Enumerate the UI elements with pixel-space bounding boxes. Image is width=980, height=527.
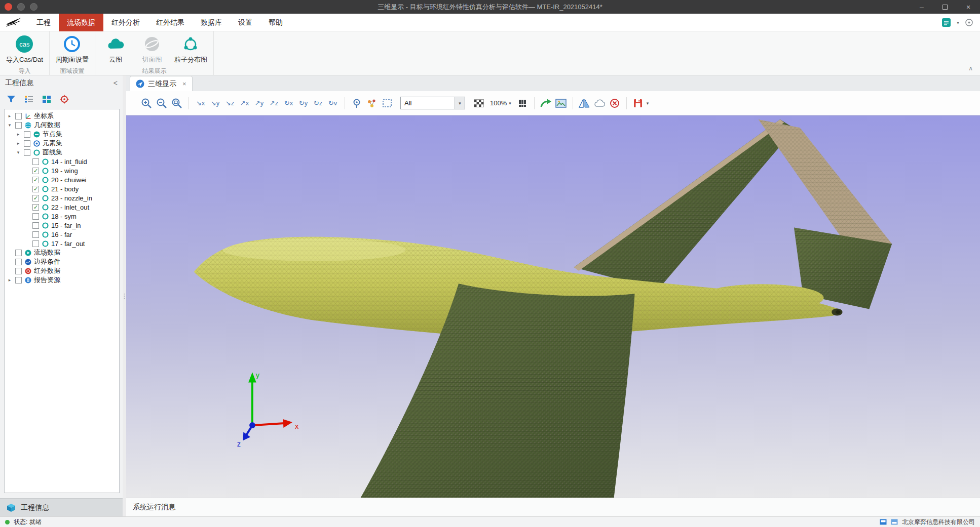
tree-row-15[interactable]: 流场数据 (5, 248, 119, 257)
tree-row-13[interactable]: 16 - far (5, 230, 119, 239)
tree-checkbox[interactable] (32, 231, 39, 238)
tree-checkbox[interactable] (32, 158, 39, 165)
tree-row-4[interactable]: ▾面线集 (5, 148, 119, 157)
view-orient-button-2[interactable]: ↘z (222, 96, 237, 110)
display-filter-combo[interactable]: All ▾ (400, 97, 465, 109)
zoom-in-icon[interactable] (139, 96, 153, 110)
tree-row-7[interactable]: ✓20 - chuiwei (5, 175, 119, 184)
view-orient-button-1[interactable]: ↘y (208, 96, 222, 110)
tree-checkbox[interactable] (24, 140, 30, 147)
minimize-button[interactable]: – (910, 0, 933, 14)
view-orient-button-6[interactable]: ↻x (281, 96, 296, 110)
export-arrow-icon[interactable] (539, 96, 553, 110)
tree-checkbox[interactable]: ✓ (32, 195, 39, 201)
tree-checkbox[interactable] (32, 240, 39, 247)
layout-grid-icon[interactable] (42, 95, 51, 103)
tree-checkbox[interactable] (15, 122, 22, 129)
tree-checkbox[interactable] (32, 222, 39, 229)
tree-row-17[interactable]: 红外数据 (5, 266, 119, 275)
menu-item-flow-data[interactable]: 流场数据 (59, 14, 103, 31)
box-select-icon[interactable] (380, 96, 394, 110)
tree-expander-icon[interactable]: ▾ (7, 123, 13, 128)
panel-bottom-tab[interactable]: 工程信息 (0, 498, 123, 516)
ribbon-button-import-cas-dat[interactable]: cas导入Cas/Dat (6, 35, 43, 64)
tree-row-11[interactable]: 18 - sym (5, 212, 119, 221)
tree-row-8[interactable]: ✓21 - body (5, 184, 119, 193)
panel-splitter[interactable]: ⋮ (123, 75, 126, 516)
tree-checkbox[interactable]: ✓ (32, 168, 39, 174)
menu-item-ir-result[interactable]: 红外结果 (148, 14, 193, 31)
tree-row-2[interactable]: ▸节点集 (5, 130, 119, 139)
view-orient-button-8[interactable]: ↻z (311, 96, 325, 110)
tree-checkbox[interactable] (15, 268, 22, 274)
status-panel-icon-1[interactable] (880, 519, 887, 525)
tree-checkbox[interactable] (32, 213, 39, 220)
tree-row-6[interactable]: ✓19 - wing (5, 166, 119, 175)
combo-dropdown-icon[interactable]: ▾ (455, 97, 465, 109)
tree-row-18[interactable]: ▸报告资源 (5, 275, 119, 285)
clear-scene-icon[interactable] (608, 96, 622, 110)
ribbon-button-cloud-map[interactable]: 云图 (101, 35, 130, 64)
titlebar-icon-2[interactable] (30, 3, 37, 11)
texture-checker-icon[interactable] (472, 96, 485, 110)
tree-checkbox[interactable]: ✓ (32, 186, 39, 192)
menu-dropdown-caret-icon[interactable]: ▾ (957, 20, 959, 25)
locate-target-icon[interactable] (60, 95, 69, 104)
tree-checkbox[interactable]: ✓ (32, 204, 39, 211)
zoom-out-icon[interactable] (155, 96, 168, 110)
tree-row-9[interactable]: ✓23 - nozzle_in (5, 193, 119, 202)
tree-checkbox[interactable] (24, 149, 30, 156)
titlebar-icon-1[interactable] (17, 3, 25, 11)
ribbon-button-periodic-face-setting[interactable]: 周期面设置 (56, 35, 89, 64)
tree-row-1[interactable]: ▾几何数据 (5, 120, 119, 130)
view-orient-button-5[interactable]: ↗z (267, 96, 281, 110)
menu-item-settings[interactable]: 设置 (230, 14, 260, 31)
tree-row-0[interactable]: ▸坐标系 (5, 111, 119, 120)
zoom-fit-icon[interactable] (170, 96, 183, 110)
tree-expander-icon[interactable]: ▸ (15, 141, 21, 146)
ribbon-button-slice-map[interactable]: 切面图 (138, 35, 166, 64)
save-dropdown-caret-icon[interactable]: ▾ (647, 101, 649, 106)
tree-row-5[interactable]: 14 - int_fluid (5, 157, 119, 166)
tree-row-3[interactable]: ▸元素集 (5, 139, 119, 148)
ribbon-collapse-icon[interactable]: ∧ (968, 65, 973, 72)
tree-row-12[interactable]: 15 - far_in (5, 221, 119, 230)
tree-checkbox[interactable]: ✓ (32, 177, 39, 183)
tree-checkbox[interactable] (15, 113, 22, 119)
menu-item-project[interactable]: 工程 (28, 14, 59, 31)
view-orient-button-7[interactable]: ↻y (296, 96, 311, 110)
tree-expander-icon[interactable]: ▾ (15, 150, 21, 155)
particles-molecule-icon[interactable] (365, 96, 379, 110)
view-orient-button-9[interactable]: ↻v (325, 96, 340, 110)
menu-item-ir-analysis[interactable]: 红外分析 (103, 14, 148, 31)
tree-checkbox[interactable] (15, 277, 22, 283)
menu-item-database[interactable]: 数据库 (193, 14, 230, 31)
ribbon-button-particle-distribution-map[interactable]: 粒子分布图 (174, 35, 207, 64)
record-icon[interactable] (5, 3, 12, 11)
grid-icon[interactable] (516, 96, 530, 110)
menu-item-help[interactable]: 帮助 (260, 14, 291, 31)
tree-expander-icon[interactable]: ▸ (7, 277, 13, 282)
view-orient-button-0[interactable]: ↘x (193, 96, 208, 110)
help-circle-icon[interactable] (965, 19, 973, 26)
filter-icon[interactable] (7, 95, 16, 103)
viewport-3d-canvas[interactable]: x y z (126, 115, 980, 498)
tree-expander-icon[interactable]: ▸ (15, 132, 21, 137)
tree-row-10[interactable]: ✓22 - inlet_out (5, 202, 119, 212)
mirror-flip-icon[interactable] (578, 96, 591, 110)
tree-row-14[interactable]: 17 - far_out (5, 239, 119, 248)
snapshot-image-icon[interactable] (554, 96, 568, 110)
maximize-button[interactable] (933, 0, 957, 14)
zoom-level-button[interactable]: 100% ▾ (487, 99, 514, 107)
save-icon[interactable] (631, 96, 645, 110)
close-button[interactable]: × (957, 0, 980, 14)
cloud-display-icon[interactable] (593, 96, 607, 110)
panel-collapse-button[interactable]: < (114, 79, 118, 87)
tab-close-icon[interactable]: × (182, 80, 186, 88)
tree-expander-icon[interactable]: ▸ (7, 113, 13, 118)
theme-grid-icon[interactable] (942, 18, 951, 27)
tree-checkbox[interactable] (24, 131, 30, 138)
viewport-3d[interactable]: x y z (126, 115, 980, 498)
status-panel-icon-2[interactable] (891, 519, 898, 525)
tree-row-16[interactable]: 边界条件 (5, 257, 119, 266)
